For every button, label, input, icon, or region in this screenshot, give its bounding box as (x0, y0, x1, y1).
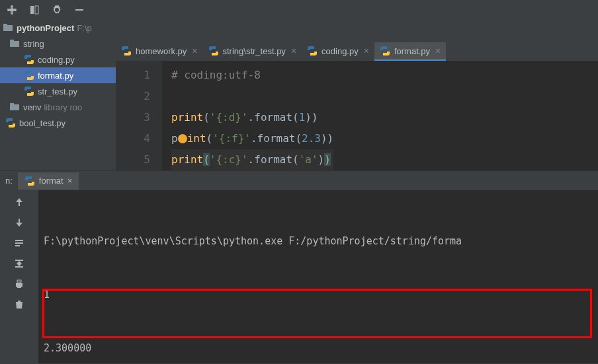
console-out: 2.300000 (44, 340, 593, 357)
svg-rect-1 (35, 6, 38, 14)
folder-icon (3, 22, 13, 33)
tree-item[interactable]: string (0, 36, 116, 52)
soft-wrap-icon[interactable] (14, 238, 24, 250)
code-area[interactable]: # coding:utf-8 print('{:d}'.format(1))pi… (162, 61, 333, 170)
python-icon (380, 46, 390, 56)
code-line[interactable] (171, 86, 333, 107)
arrow-down-icon[interactable] (14, 217, 24, 230)
svg-rect-3 (3, 25, 13, 31)
svg-rect-0 (30, 6, 34, 14)
trash-icon[interactable] (14, 299, 24, 312)
console-output[interactable]: F:\pythonProject\venv\Scripts\python.exe… (38, 190, 598, 363)
tree-item-label: string (23, 39, 44, 49)
tree-item-label: venv (23, 102, 41, 112)
python-icon (121, 46, 132, 56)
tab-label: homework.py (136, 46, 187, 56)
code-line[interactable]: print('{:c}'.format('a')) (171, 149, 333, 170)
project-path: F:\p (77, 23, 91, 33)
minimize-icon[interactable] (74, 5, 85, 15)
code-line[interactable]: # coding:utf-8 (171, 65, 333, 86)
python-icon (307, 46, 318, 56)
tree-item[interactable]: venvlibrary roo (0, 99, 116, 115)
tree-item-label: format.py (38, 71, 73, 81)
scroll-end-icon[interactable] (14, 258, 24, 271)
print-icon[interactable] (14, 279, 24, 291)
console-cmd: F:\pythonProject\venv\Scripts\python.exe… (44, 233, 593, 250)
svg-rect-11 (17, 286, 21, 288)
tab-label: string\str_test.py (223, 46, 286, 56)
svg-rect-8 (10, 103, 14, 105)
run-tool-header: n: format × (0, 170, 598, 190)
intention-bulb-icon[interactable] (178, 134, 187, 143)
editor-tab[interactable]: string\str_test.py× (203, 42, 302, 61)
run-tab-label: format (39, 176, 64, 186)
editor-tabs: homework.py×string\str_test.py×coding.py… (116, 20, 598, 61)
svg-rect-6 (10, 40, 14, 42)
svg-rect-5 (10, 41, 19, 47)
code-editor[interactable]: 12345 # coding:utf-8 print('{:d}'.format… (116, 61, 598, 170)
editor-tab[interactable]: homework.py× (116, 42, 203, 61)
svg-rect-10 (17, 280, 21, 282)
svg-rect-2 (75, 9, 83, 11)
editor-tab[interactable]: format.py× (374, 42, 446, 61)
editor-tab[interactable]: coding.py× (302, 42, 374, 61)
close-icon[interactable]: × (435, 46, 441, 56)
tab-label: format.py (394, 46, 430, 56)
svg-rect-7 (10, 104, 19, 110)
tree-item[interactable]: bool_test.py (0, 115, 116, 131)
collapse-icon[interactable] (7, 5, 17, 15)
arrow-up-icon[interactable] (14, 197, 24, 209)
tree-item[interactable]: coding.py (0, 52, 116, 67)
python-icon (24, 176, 35, 186)
tree-item-label: bool_test.py (19, 118, 65, 128)
close-icon[interactable]: × (67, 176, 73, 186)
project-root[interactable]: pythonProject F:\p (0, 20, 116, 36)
run-tab[interactable]: format × (18, 172, 79, 190)
project-name: pythonProject (17, 23, 74, 33)
run-label: n: (0, 176, 18, 186)
python-icon (208, 46, 219, 56)
close-icon[interactable]: × (364, 46, 369, 56)
top-toolbar (0, 0, 598, 20)
tab-label: coding.py (321, 46, 359, 56)
code-line[interactable]: pint('{:f}'.format(2.3)) (171, 128, 333, 149)
code-line[interactable]: print('{:d}'.format(1)) (171, 107, 333, 128)
close-icon[interactable]: × (192, 46, 197, 56)
svg-rect-4 (3, 24, 7, 26)
line-gutter: 12345 (116, 61, 162, 170)
divider-icon (29, 5, 40, 15)
tree-item[interactable]: str_test.py (0, 83, 116, 99)
tree-item[interactable]: format.py (0, 67, 116, 83)
run-gutter (0, 190, 38, 363)
close-icon[interactable]: × (291, 46, 296, 56)
tree-item-label: coding.py (38, 55, 75, 65)
project-tree[interactable]: pythonProject F:\p stringcoding.pyformat… (0, 20, 116, 170)
tree-item-label: str_test.py (38, 87, 77, 96)
gear-icon[interactable] (52, 5, 62, 15)
console-out: 1 (44, 286, 593, 304)
